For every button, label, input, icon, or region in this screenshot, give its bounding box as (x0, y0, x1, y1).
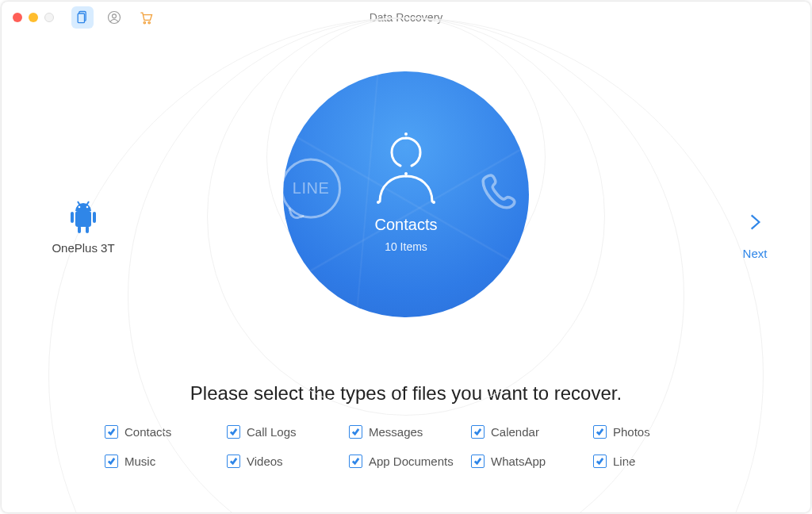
next-button[interactable]: Next (731, 212, 779, 260)
close-window-button[interactable] (13, 13, 22, 22)
filetype-checkbox[interactable]: Contacts (105, 425, 219, 439)
connected-device: OnePlus 3T (40, 200, 127, 255)
chevron-right-icon (745, 212, 765, 232)
svg-rect-7 (71, 212, 74, 223)
filetype-label: WhatsApp (491, 455, 546, 468)
toolbar (71, 6, 157, 29)
checkbox-box (593, 425, 607, 439)
checkbox-box (349, 455, 362, 468)
window-controls (13, 13, 54, 22)
filetype-checkbox[interactable]: Call Logs (227, 425, 341, 439)
cart-icon[interactable] (135, 6, 157, 29)
svg-rect-1 (78, 13, 84, 23)
selected-type-circle[interactable]: LINE (283, 71, 529, 317)
svg-rect-6 (75, 211, 91, 227)
filetype-label: Call Logs (247, 425, 297, 439)
app-window: Data Recovery (2, 2, 810, 512)
phone-icon (477, 166, 525, 213)
filetype-label: App Documents (369, 455, 454, 468)
filetype-checkbox[interactable]: Messages (349, 425, 463, 439)
checkbox-box (593, 455, 607, 468)
filetype-checkbox[interactable]: WhatsApp (471, 455, 585, 468)
checkbox-box (471, 455, 485, 468)
android-icon (67, 200, 99, 235)
svg-line-11 (78, 201, 80, 205)
svg-point-3 (113, 14, 117, 18)
data-recovery-tab-icon[interactable] (71, 6, 94, 29)
filetype-checkbox[interactable]: Music (105, 455, 219, 468)
svg-rect-9 (78, 226, 81, 233)
filetype-checkbox[interactable]: Calendar (471, 425, 585, 439)
svg-line-12 (86, 201, 89, 205)
zoom-window-button[interactable] (44, 13, 54, 22)
minimize-window-button[interactable] (29, 13, 38, 22)
filetype-label: Videos (247, 455, 283, 468)
contacts-icon (370, 128, 442, 208)
checkbox-box (105, 425, 118, 439)
checkbox-box (227, 425, 240, 439)
filetype-checkbox[interactable]: Videos (227, 455, 341, 468)
checkbox-box (471, 425, 485, 439)
account-tab-icon[interactable] (103, 6, 125, 29)
filetype-label: Contacts (124, 425, 171, 439)
checkbox-box (227, 455, 240, 468)
filetype-label: Music (124, 455, 155, 468)
svg-rect-8 (93, 212, 96, 223)
svg-point-18 (432, 201, 435, 204)
next-label: Next (731, 247, 779, 260)
svg-point-13 (79, 206, 81, 209)
checkbox-box (105, 455, 118, 468)
svg-point-15 (404, 132, 408, 136)
filetype-label: Calendar (491, 425, 539, 439)
svg-rect-10 (86, 226, 89, 233)
filetype-checkbox[interactable]: Line (593, 455, 707, 468)
filetype-label: Line (613, 455, 635, 468)
svg-point-4 (144, 22, 145, 24)
carousel-next-calllogs-icon[interactable] (465, 166, 529, 213)
svg-point-17 (377, 201, 380, 204)
carousel-prev-line-icon[interactable]: LINE (283, 158, 347, 218)
svg-point-14 (86, 206, 89, 209)
file-type-grid: ContactsCall LogsMessagesCalendarPhotosM… (105, 425, 707, 468)
filetype-label: Messages (369, 425, 423, 439)
checkbox-box (349, 425, 362, 439)
svg-point-16 (404, 172, 408, 175)
device-name: OnePlus 3T (40, 241, 127, 255)
line-icon: LINE (283, 158, 341, 218)
main-stage: OnePlus 3T LINE (2, 33, 810, 390)
titlebar: Data Recovery (2, 2, 810, 33)
svg-point-5 (148, 22, 150, 24)
filetype-checkbox[interactable]: Photos (593, 425, 707, 439)
filetype-label: Photos (613, 425, 650, 439)
selected-type-count: 10 Items (385, 240, 427, 253)
selected-type-label: Contacts (375, 216, 438, 234)
filetype-checkbox[interactable]: App Documents (349, 455, 463, 468)
